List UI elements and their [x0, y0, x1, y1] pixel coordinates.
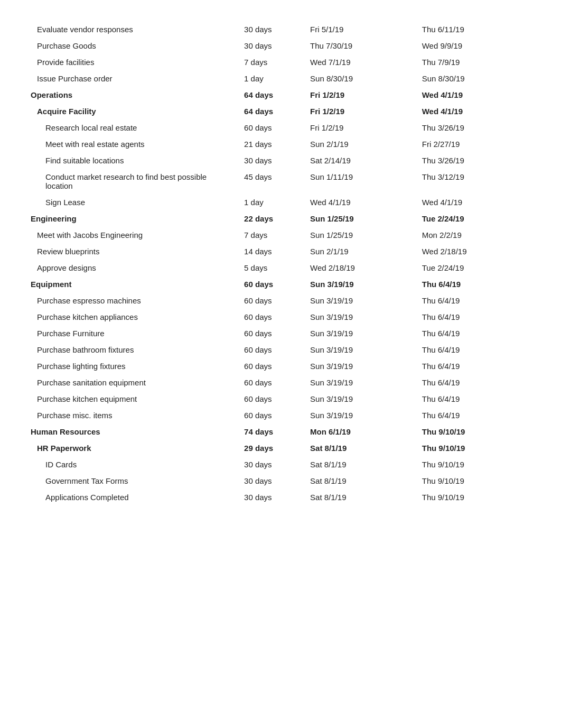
task-name: Purchase bathroom fixtures	[26, 342, 240, 358]
task-duration: 60 days	[240, 374, 306, 391]
task-duration: 30 days	[240, 456, 306, 473]
task-name: Meet with real estate agents	[26, 136, 240, 152]
task-row: Purchase Furniture60 daysSun 3/19/19Thu …	[26, 325, 535, 342]
task-name: Operations	[26, 87, 240, 103]
task-start: Sat 8/1/19	[306, 456, 418, 473]
task-start: Sat 8/1/19	[306, 440, 418, 456]
task-name: Review blueprints	[26, 243, 240, 260]
task-finish: Sun 8/30/19	[418, 70, 535, 87]
task-finish: Thu 6/4/19	[418, 342, 535, 358]
task-finish: Thu 6/4/19	[418, 276, 535, 292]
task-start: Wed 4/1/19	[306, 194, 418, 210]
task-name: Sign Lease	[26, 194, 240, 210]
task-duration: 64 days	[240, 87, 306, 103]
task-row: Applications Completed30 daysSat 8/1/19T…	[26, 489, 535, 505]
task-row: Government Tax Forms30 daysSat 8/1/19Thu…	[26, 473, 535, 489]
task-start: Sun 1/25/19	[306, 227, 418, 243]
task-duration: 60 days	[240, 358, 306, 374]
task-duration: 7 days	[240, 54, 306, 70]
group-row: Operations64 daysFri 1/2/19Wed 4/1/19	[26, 87, 535, 103]
task-name: Provide facilities	[26, 54, 240, 70]
task-finish: Thu 9/10/19	[418, 473, 535, 489]
task-name: Applications Completed	[26, 489, 240, 505]
task-finish: Thu 6/4/19	[418, 358, 535, 374]
task-duration: 74 days	[240, 423, 306, 440]
task-name: Approve designs	[26, 260, 240, 276]
task-name: Find suitable locations	[26, 152, 240, 169]
task-start: Mon 6/1/19	[306, 423, 418, 440]
task-start: Sun 1/11/19	[306, 169, 418, 194]
task-start: Sun 3/19/19	[306, 309, 418, 325]
task-name: Research local real estate	[26, 119, 240, 136]
task-row: Purchase espresso machines60 daysSun 3/1…	[26, 292, 535, 309]
task-duration: 1 day	[240, 70, 306, 87]
task-row: Purchase sanitation equipment60 daysSun …	[26, 374, 535, 391]
task-row: Purchase misc. items60 daysSun 3/19/19Th…	[26, 407, 535, 423]
task-duration: 60 days	[240, 342, 306, 358]
task-row: Purchase kitchen appliances60 daysSun 3/…	[26, 309, 535, 325]
task-row: Find suitable locations30 daysSat 2/14/1…	[26, 152, 535, 169]
task-duration: 21 days	[240, 136, 306, 152]
task-duration: 60 days	[240, 292, 306, 309]
task-row: Research local real estate60 daysFri 1/2…	[26, 119, 535, 136]
task-name: Equipment	[26, 276, 240, 292]
task-row: Purchase Goods30 daysThu 7/30/19Wed 9/9/…	[26, 38, 535, 54]
task-finish: Wed 4/1/19	[418, 194, 535, 210]
task-row: Purchase lighting fixtures60 daysSun 3/1…	[26, 358, 535, 374]
task-finish: Thu 6/4/19	[418, 309, 535, 325]
task-start: Fri 1/2/19	[306, 103, 418, 119]
task-row: Issue Purchase order1 daySun 8/30/19Sun …	[26, 70, 535, 87]
task-name: Conduct market research to find best pos…	[26, 169, 240, 194]
task-finish: Thu 3/26/19	[418, 152, 535, 169]
task-start: Sat 8/1/19	[306, 473, 418, 489]
task-finish: Wed 9/9/19	[418, 38, 535, 54]
task-name: Purchase misc. items	[26, 407, 240, 423]
task-name: Purchase kitchen equipment	[26, 391, 240, 407]
group-row: Engineering22 daysSun 1/25/19Tue 2/24/19	[26, 210, 535, 227]
task-finish: Thu 9/10/19	[418, 423, 535, 440]
task-finish: Thu 6/4/19	[418, 325, 535, 342]
task-row: Sign Lease1 dayWed 4/1/19Wed 4/1/19	[26, 194, 535, 210]
task-name: Government Tax Forms	[26, 473, 240, 489]
task-finish: Mon 2/2/19	[418, 227, 535, 243]
task-finish: Wed 4/1/19	[418, 103, 535, 119]
task-finish: Thu 6/11/19	[418, 21, 535, 38]
task-duration: 30 days	[240, 38, 306, 54]
task-duration: 1 day	[240, 194, 306, 210]
task-duration: 60 days	[240, 119, 306, 136]
group-row: Equipment60 daysSun 3/19/19Thu 6/4/19	[26, 276, 535, 292]
task-duration: 5 days	[240, 260, 306, 276]
task-start: Sun 3/19/19	[306, 292, 418, 309]
task-name: Purchase lighting fixtures	[26, 358, 240, 374]
task-duration: 60 days	[240, 309, 306, 325]
task-row: Evaluate vendor responses30 daysFri 5/1/…	[26, 21, 535, 38]
task-duration: 30 days	[240, 473, 306, 489]
task-start: Fri 1/2/19	[306, 87, 418, 103]
group-row: Acquire Facility64 daysFri 1/2/19Wed 4/1…	[26, 103, 535, 119]
task-row: Meet with real estate agents21 daysSun 2…	[26, 136, 535, 152]
task-start: Sun 3/19/19	[306, 391, 418, 407]
task-start: Sun 2/1/19	[306, 136, 418, 152]
task-start: Sun 2/1/19	[306, 243, 418, 260]
task-name: Acquire Facility	[26, 103, 240, 119]
task-name: Purchase Goods	[26, 38, 240, 54]
task-row: Approve designs5 daysWed 2/18/19Tue 2/24…	[26, 260, 535, 276]
task-start: Sun 3/19/19	[306, 342, 418, 358]
task-table: Evaluate vendor responses30 daysFri 5/1/…	[26, 21, 535, 505]
task-name: Evaluate vendor responses	[26, 21, 240, 38]
task-duration: 45 days	[240, 169, 306, 194]
task-duration: 30 days	[240, 21, 306, 38]
task-start: Sat 8/1/19	[306, 489, 418, 505]
task-start: Fri 1/2/19	[306, 119, 418, 136]
task-start: Sun 3/19/19	[306, 276, 418, 292]
task-start: Sun 3/19/19	[306, 407, 418, 423]
task-row: Meet with Jacobs Engineering7 daysSun 1/…	[26, 227, 535, 243]
task-finish: Wed 2/18/19	[418, 243, 535, 260]
task-start: Sun 3/19/19	[306, 374, 418, 391]
task-finish: Thu 9/10/19	[418, 456, 535, 473]
task-row: Review blueprints14 daysSun 2/1/19Wed 2/…	[26, 243, 535, 260]
task-name: Issue Purchase order	[26, 70, 240, 87]
task-duration: 30 days	[240, 489, 306, 505]
task-name: Engineering	[26, 210, 240, 227]
task-finish: Thu 7/9/19	[418, 54, 535, 70]
